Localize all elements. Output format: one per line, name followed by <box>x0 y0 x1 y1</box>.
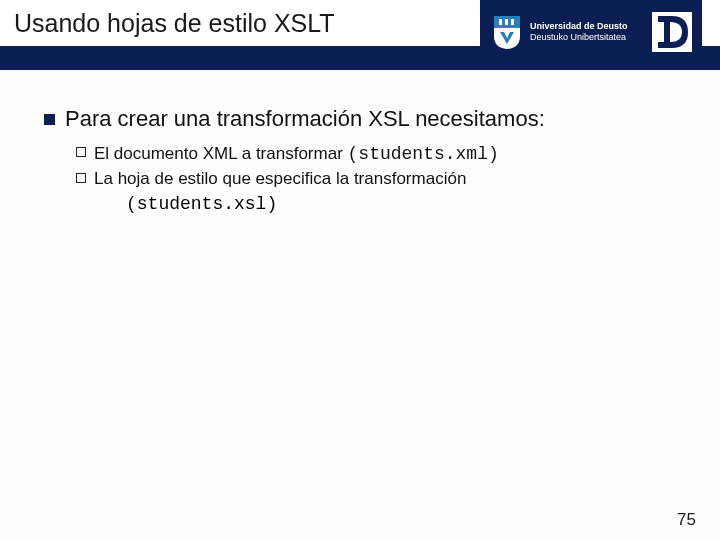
sub-bullet-2-code: (students.xsl) <box>126 194 277 214</box>
square-bullet-icon <box>44 114 55 125</box>
university-name: Universidad de Deusto Deustuko Unibertsi… <box>530 21 644 43</box>
university-line2: Deustuko Unibertsitatea <box>530 32 644 43</box>
sub-bullet-2-continuation: (students.xsl) <box>76 193 690 214</box>
page-number: 75 <box>677 510 696 530</box>
sub-bullet-1-code: (students.xml) <box>348 144 499 164</box>
slide-header: Usando hojas de estilo XSLT Universidad … <box>0 0 720 72</box>
sub-bullet-1: El documento XML a transformar (students… <box>94 142 499 166</box>
sub-bullet-list: El documento XML a transformar (students… <box>44 142 690 214</box>
main-bullet-text: Para crear una transformación XSL necesi… <box>65 106 545 132</box>
sub-bullet-2: La hoja de estilo que especifica la tran… <box>94 168 466 191</box>
svg-rect-0 <box>499 19 502 25</box>
slide-content: Para crear una transformación XSL necesi… <box>0 72 720 214</box>
hollow-square-bullet-icon <box>76 147 86 157</box>
svg-rect-2 <box>511 19 514 25</box>
bullet-level2: El documento XML a transformar (students… <box>76 142 690 166</box>
shield-icon <box>492 14 522 50</box>
letter-d-icon <box>652 12 692 52</box>
slide-title: Usando hojas de estilo XSLT <box>14 9 335 38</box>
sub-bullet-2-text: La hoja de estilo que especifica la tran… <box>94 169 466 188</box>
bullet-level2: La hoja de estilo que especifica la tran… <box>76 168 690 191</box>
hollow-square-bullet-icon <box>76 173 86 183</box>
svg-rect-1 <box>505 19 508 25</box>
university-line1: Universidad de Deusto <box>530 21 644 32</box>
sub-bullet-1-text: El documento XML a transformar <box>94 144 348 163</box>
bullet-level1: Para crear una transformación XSL necesi… <box>44 106 690 132</box>
university-logo-tab: Universidad de Deusto Deustuko Unibertsi… <box>480 0 702 64</box>
